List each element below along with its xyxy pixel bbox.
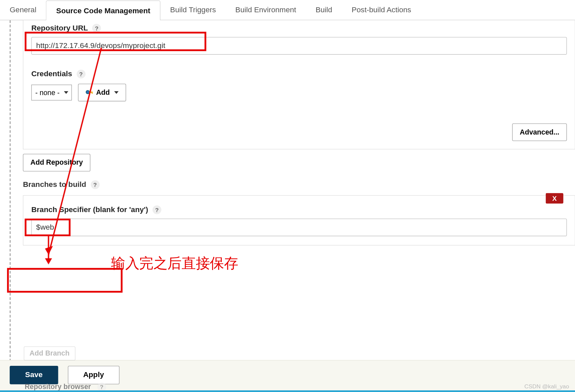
footer-bar: Add Branch Save Apply Repository browser… <box>0 360 575 391</box>
credentials-select[interactable]: - none - <box>31 84 72 100</box>
save-button[interactable]: Save <box>10 366 58 384</box>
tab-build[interactable]: Build <box>306 0 342 20</box>
config-tabs: General Source Code Management Build Tri… <box>0 0 575 20</box>
svg-rect-2 <box>92 92 93 94</box>
help-icon[interactable]: ? <box>90 180 99 189</box>
annotation-box <box>7 268 122 293</box>
credentials-label: Credentials <box>31 70 72 79</box>
branch-specifier-input[interactable] <box>31 219 567 236</box>
help-icon[interactable]: ? <box>152 205 161 214</box>
add-branch-button[interactable]: Add Branch <box>24 346 75 361</box>
tab-scm[interactable]: Source Code Management <box>46 0 160 21</box>
key-icon <box>86 89 93 96</box>
tab-general[interactable]: General <box>0 0 46 20</box>
watermark: CSDN @kali_yao <box>524 383 569 390</box>
add-credentials-label: Add <box>96 88 110 96</box>
svg-marker-4 <box>45 246 53 255</box>
svg-point-0 <box>86 90 89 94</box>
repository-browser-label: Repository browser <box>25 383 91 390</box>
svg-marker-6 <box>45 258 52 264</box>
apply-button[interactable]: Apply <box>68 366 119 384</box>
branches-to-build-label: Branches to build <box>23 180 86 189</box>
annotation-text: 输入完之后直接保存 <box>111 254 238 273</box>
bottom-border <box>0 390 575 392</box>
help-icon[interactable]: ? <box>77 70 86 79</box>
branch-section: X Branch Specifier (blank for 'any') ? <box>23 195 575 246</box>
add-repository-button[interactable]: Add Repository <box>23 154 90 171</box>
repository-url-label: Repository URL <box>31 24 88 33</box>
tab-build-environment[interactable]: Build Environment <box>226 0 306 20</box>
help-icon[interactable]: ? <box>97 382 106 391</box>
tab-post-build-actions[interactable]: Post-build Actions <box>342 0 421 20</box>
repository-section: Repository URL ? Credentials ? - none - <box>23 20 575 149</box>
branch-specifier-label: Branch Specifier (blank for 'any') <box>31 205 148 214</box>
tab-build-triggers[interactable]: Build Triggers <box>160 0 226 20</box>
advanced-button[interactable]: Advanced... <box>512 123 567 141</box>
help-icon[interactable]: ? <box>92 24 101 33</box>
repository-url-input[interactable] <box>31 37 567 55</box>
delete-branch-button[interactable]: X <box>546 193 563 204</box>
add-credentials-button[interactable]: Add <box>78 84 126 101</box>
